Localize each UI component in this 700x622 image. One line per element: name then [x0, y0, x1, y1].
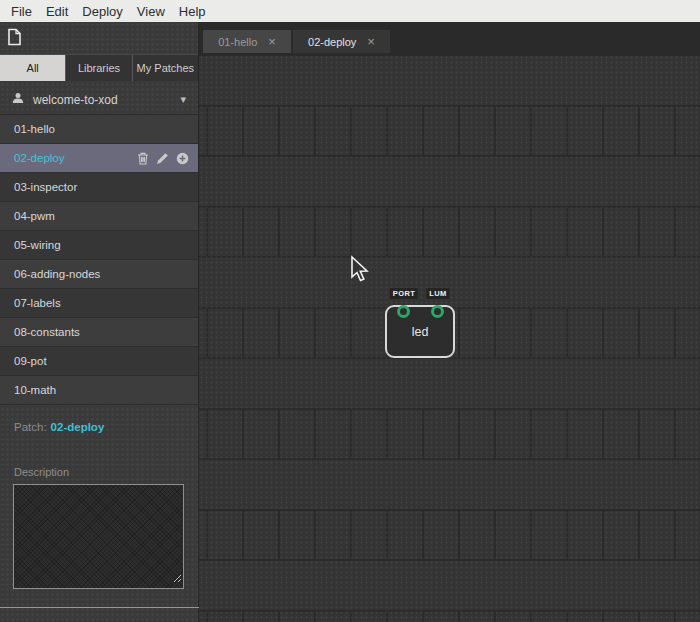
patch-label: 03-inspector: [14, 181, 77, 193]
filter-tab-my-patches[interactable]: My Patches: [133, 55, 198, 81]
pin-port[interactable]: [397, 305, 410, 318]
pin-label-port: PORT: [390, 288, 418, 299]
patch-item-07-labels[interactable]: 07-labels: [0, 289, 198, 318]
menu-edit[interactable]: Edit: [39, 3, 75, 20]
patch-label: 05-wiring: [14, 239, 61, 251]
node-led[interactable]: led: [385, 305, 455, 358]
xod-ide-window: File Edit Deploy View Help All Libraries…: [0, 0, 700, 622]
patch-item-08-constants[interactable]: 08-constants: [0, 318, 198, 347]
patch-item-09-pot[interactable]: 09-pot: [0, 347, 198, 376]
patch-item-10-math[interactable]: 10-math: [0, 376, 198, 405]
project-browser-sidebar: All Libraries My Patches welcome-to-xod …: [0, 22, 199, 622]
project-row[interactable]: welcome-to-xod ▾: [0, 85, 198, 115]
new-patch-icon[interactable]: [7, 32, 22, 49]
patch-label: 10-math: [14, 384, 56, 396]
editor-tab-strip: 01-hello × 02-deploy ×: [199, 22, 700, 55]
patch-label: 08-constants: [14, 326, 80, 338]
sidebar-toolbar: [0, 22, 198, 54]
patch-item-01-hello[interactable]: 01-hello: [0, 115, 198, 144]
patch-label: 02-deploy: [14, 152, 65, 164]
patch-item-02-deploy[interactable]: 02-deploy: [0, 144, 198, 173]
trash-icon[interactable]: [137, 152, 149, 165]
patch-label: 04-pwm: [14, 210, 55, 222]
filter-tab-all[interactable]: All: [0, 55, 66, 81]
menu-help[interactable]: Help: [172, 3, 213, 20]
rename-pencil-icon[interactable]: [156, 152, 169, 165]
patch-info-link[interactable]: 02-deploy: [51, 421, 105, 433]
current-patch-info: Patch:02-deploy: [0, 421, 198, 433]
add-circle-icon[interactable]: [176, 152, 189, 165]
pin-label-lum: LUM: [426, 288, 449, 299]
project-name: welcome-to-xod: [33, 93, 118, 107]
patch-item-03-inspector[interactable]: 03-inspector: [0, 173, 198, 202]
user-icon: [12, 92, 24, 107]
patch-info-label: Patch:: [14, 421, 47, 433]
filter-tab-libraries[interactable]: Libraries: [66, 55, 132, 81]
menu-file[interactable]: File: [4, 3, 39, 20]
patch-actions: [137, 152, 198, 165]
patch-item-06-adding-nodes[interactable]: 06-adding-nodes: [0, 260, 198, 289]
node-label: led: [412, 325, 429, 339]
chevron-down-icon[interactable]: ▾: [180, 93, 186, 106]
filter-tabs: All Libraries My Patches: [0, 54, 198, 81]
menu-view[interactable]: View: [130, 3, 172, 20]
tab-label: 02-deploy: [308, 36, 356, 48]
description-textarea[interactable]: [13, 484, 184, 589]
patch-label: 07-labels: [14, 297, 61, 309]
patch-label: 09-pot: [14, 355, 47, 367]
patch-label: 06-adding-nodes: [14, 268, 100, 280]
patch-canvas[interactable]: PORT LUM led: [199, 55, 700, 622]
patch-label: 01-hello: [14, 123, 55, 135]
tab-label: 01-hello: [218, 36, 257, 48]
menu-bar: File Edit Deploy View Help: [0, 0, 700, 22]
patch-list: 01-hello 02-deploy: [0, 115, 198, 405]
patch-item-05-wiring[interactable]: 05-wiring: [0, 231, 198, 260]
description-label: Description: [0, 466, 198, 478]
patch-item-04-pwm[interactable]: 04-pwm: [0, 202, 198, 231]
pin-lum[interactable]: [431, 305, 444, 318]
close-icon[interactable]: ×: [268, 35, 276, 48]
close-icon[interactable]: ×: [367, 35, 375, 48]
resize-grip-icon[interactable]: [173, 569, 182, 587]
sidebar-bottom-divider[interactable]: [0, 607, 199, 608]
tab-02-deploy[interactable]: 02-deploy ×: [293, 30, 390, 53]
tab-01-hello[interactable]: 01-hello ×: [203, 30, 291, 53]
menu-deploy[interactable]: Deploy: [75, 3, 129, 20]
mouse-cursor: [349, 255, 371, 287]
